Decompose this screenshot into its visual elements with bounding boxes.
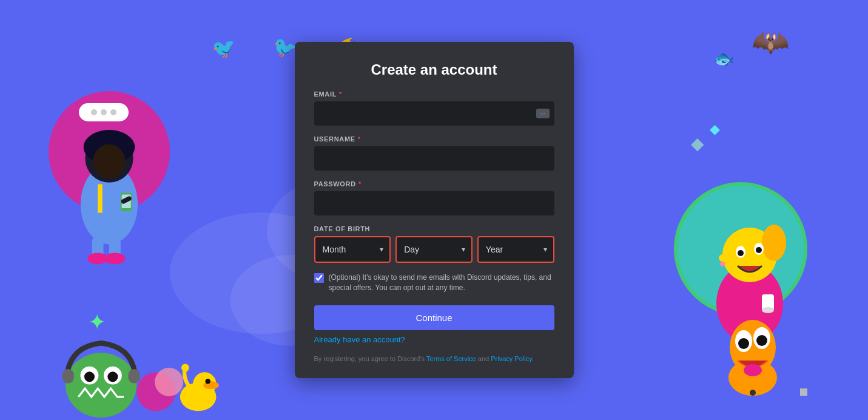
continue-button[interactable]: Continue xyxy=(314,305,554,330)
username-input[interactable] xyxy=(314,146,554,171)
privacy-policy-link[interactable]: Privacy Policy xyxy=(491,355,532,362)
terms-suffix: . xyxy=(532,355,534,362)
already-account-link[interactable]: Already have an account? xyxy=(314,335,554,344)
terms-text: By registering, you agree to Discord's T… xyxy=(314,354,554,364)
terms-and: and xyxy=(476,355,491,362)
email-opt-in-checkbox[interactable] xyxy=(314,273,324,283)
email-label: EMAIL * xyxy=(314,90,554,98)
username-label: USERNAME * xyxy=(314,135,554,143)
email-required: * xyxy=(339,90,342,98)
email-input[interactable] xyxy=(314,101,554,126)
day-select-wrapper: Day for(let i=1;i<=31;i++) document.writ… xyxy=(395,236,473,263)
day-select[interactable]: Day for(let i=1;i<=31;i++) document.writ… xyxy=(397,237,471,262)
terms-of-service-link[interactable]: Terms of Service xyxy=(426,355,476,362)
terms-prefix: By registering, you agree to Discord's xyxy=(314,355,426,362)
username-field-group: USERNAME * xyxy=(314,135,554,171)
email-opt-in-label: (Optional) It's okay to send me emails w… xyxy=(329,273,554,293)
email-toggle-button[interactable]: ··· xyxy=(536,109,549,118)
password-required: * xyxy=(358,180,362,188)
password-field-group: PASSWORD * xyxy=(314,180,554,215)
email-input-wrapper: ··· xyxy=(314,101,554,126)
password-label: PASSWORD * xyxy=(314,180,554,188)
dob-field-group: DATE OF BIRTH Month JanuaryFebruaryMarch… xyxy=(314,225,554,263)
modal-title: Create an account xyxy=(314,61,554,78)
create-account-modal: Create an account EMAIL * ··· USERNAME *… xyxy=(295,42,574,378)
password-input[interactable] xyxy=(314,191,554,215)
year-select-wrapper: Year for(let y=2024;y>=1900;y--) documen… xyxy=(477,236,554,263)
month-select-wrapper: Month JanuaryFebruaryMarch AprilMayJune … xyxy=(314,236,391,263)
username-required: * xyxy=(358,135,361,143)
year-select[interactable]: Year for(let y=2024;y>=1900;y--) documen… xyxy=(479,237,553,262)
modal-wrapper: Create an account EMAIL * ··· USERNAME *… xyxy=(0,0,868,420)
email-field-group: EMAIL * ··· xyxy=(314,90,554,126)
month-select[interactable]: Month JanuaryFebruaryMarch AprilMayJune … xyxy=(315,237,390,262)
dob-selects: Month JanuaryFebruaryMarch AprilMayJune … xyxy=(314,236,554,263)
email-opt-in-row: (Optional) It's okay to send me emails w… xyxy=(314,273,554,293)
dob-label: DATE OF BIRTH xyxy=(314,225,554,232)
